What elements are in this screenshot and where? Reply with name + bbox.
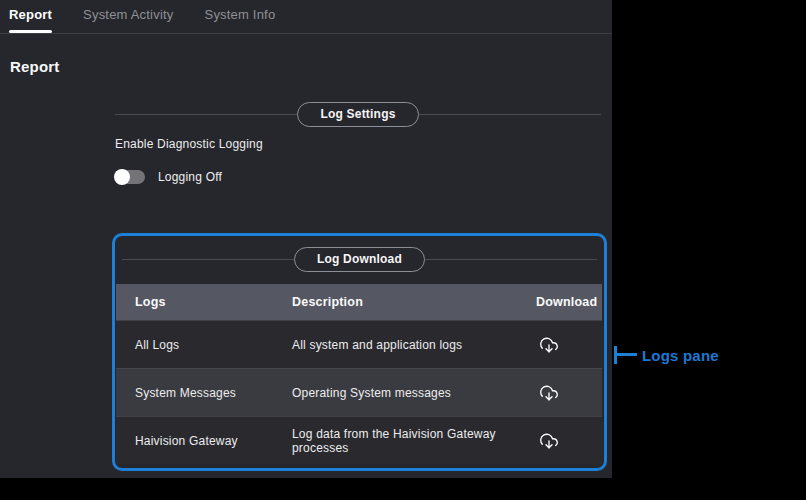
column-header-download: Download xyxy=(536,295,602,309)
log-description-cell: Operating System messages xyxy=(292,386,536,400)
log-description-cell: All system and application logs xyxy=(292,338,536,352)
table-header-row: Logs Description Download xyxy=(116,284,602,320)
download-button[interactable] xyxy=(540,336,558,354)
tab-system-activity[interactable]: System Activity xyxy=(83,0,173,33)
download-cell xyxy=(536,336,602,354)
section-rule-right xyxy=(425,259,597,260)
logs-pane-annotation-label: Logs pane xyxy=(642,347,719,364)
section-rule-left xyxy=(115,114,297,115)
log-name-cell: All Logs xyxy=(116,338,292,352)
log-name-cell: Haivision Gateway xyxy=(116,434,292,448)
download-button[interactable] xyxy=(540,384,558,402)
column-header-description: Description xyxy=(292,295,536,309)
download-cell xyxy=(536,432,602,450)
screenshot-canvas: Report System Activity System Info Repor… xyxy=(0,0,806,500)
table-row: System Messages Operating System message… xyxy=(116,368,602,416)
section-rule-right xyxy=(419,114,601,115)
tab-bar: Report System Activity System Info xyxy=(0,0,612,34)
download-button[interactable] xyxy=(540,432,558,450)
toggle-state-label: Logging Off xyxy=(158,170,222,184)
log-download-pill-button[interactable]: Log Download xyxy=(294,247,425,272)
table-row: All Logs All system and application logs xyxy=(116,320,602,368)
toggle-knob xyxy=(114,169,130,185)
log-settings-section-header: Log Settings xyxy=(115,101,601,127)
table-row: Haivision Gateway Log data from the Haiv… xyxy=(116,416,602,464)
log-description-cell: Log data from the Haivision Gateway proc… xyxy=(292,427,536,455)
cloud-download-icon xyxy=(540,384,558,402)
page-title: Report xyxy=(10,58,60,75)
cloud-download-icon xyxy=(540,336,558,354)
section-rule-left xyxy=(122,259,294,260)
tab-system-info[interactable]: System Info xyxy=(205,0,276,33)
annotation-connector-line xyxy=(614,353,637,356)
tab-report[interactable]: Report xyxy=(9,0,52,33)
app-window: Report System Activity System Info Repor… xyxy=(0,0,612,478)
column-header-logs: Logs xyxy=(116,295,292,309)
logs-table: Logs Description Download All Logs All s… xyxy=(116,284,602,464)
log-name-cell: System Messages xyxy=(116,386,292,400)
enable-diagnostic-logging-label: Enable Diagnostic Logging xyxy=(115,137,263,151)
cloud-download-icon xyxy=(540,432,558,450)
diagnostic-logging-toggle[interactable] xyxy=(115,170,145,184)
log-settings-pill-button[interactable]: Log Settings xyxy=(297,102,418,127)
log-download-section-header: Log Download xyxy=(122,246,597,272)
download-cell xyxy=(536,384,602,402)
logging-toggle-row: Logging Off xyxy=(115,170,222,184)
